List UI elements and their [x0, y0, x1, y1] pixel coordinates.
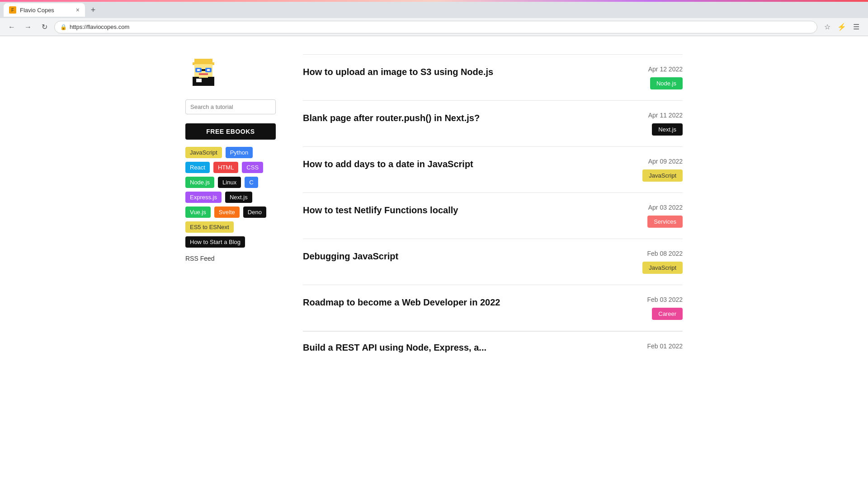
sidebar-tag-es5toesnext[interactable]: ES5 to ESNext [185, 221, 234, 233]
tag-grid: JavaScriptPythonReactHTMLCSSNode.jsLinux… [185, 147, 276, 248]
article-title[interactable]: How to test Netlify Functions locally [303, 204, 610, 216]
article-date: Apr 03 2022 [648, 204, 683, 211]
new-tab-button[interactable]: + [87, 4, 99, 16]
partial-article-meta: Feb 01 2022 [619, 343, 683, 350]
article-meta: Feb 03 2022Career [619, 296, 683, 320]
article-item: Blank page after router.push() in Next.j… [303, 101, 683, 147]
page-wrapper: FREE EBOOKS JavaScriptPythonReactHTMLCSS… [0, 36, 868, 488]
article-item: How to test Netlify Functions locallyApr… [303, 193, 683, 239]
sidebar-tag-vuejs[interactable]: Vue.js [185, 206, 211, 218]
address-bar[interactable]: 🔒 https://flaviocopes.com [54, 21, 817, 33]
article-meta: Apr 11 2022Next.js [619, 112, 683, 136]
article-meta: Apr 03 2022Services [619, 204, 683, 228]
svg-rect-5 [202, 69, 205, 71]
rss-feed-link[interactable]: RSS Feed [185, 255, 276, 262]
partial-article-date: Feb 01 2022 [647, 343, 683, 350]
sidebar-tag-blog[interactable]: How to Start a Blog [185, 236, 245, 248]
site-logo [185, 54, 222, 90]
browser-tab-bar: F Flavio Copes × + [0, 2, 868, 18]
nav-actions: ☆ ⚡ ☰ [821, 21, 863, 33]
tab-close-button[interactable]: × [76, 6, 80, 14]
article-meta: Feb 08 2022JavaScript [619, 250, 683, 274]
lock-icon: 🔒 [60, 24, 67, 30]
svg-rect-6 [197, 69, 200, 71]
article-tag[interactable]: Services [647, 216, 683, 228]
tab-favicon: F [9, 6, 16, 14]
extensions-button[interactable]: ⚡ [835, 21, 848, 33]
refresh-button[interactable]: ↻ [38, 21, 51, 33]
article-item: Debugging JavaScriptFeb 08 2022JavaScrip… [303, 239, 683, 285]
article-meta: Apr 09 2022JavaScript [619, 158, 683, 182]
article-title[interactable]: Debugging JavaScript [303, 250, 610, 263]
article-tag[interactable]: Next.js [652, 123, 683, 136]
svg-rect-8 [199, 73, 208, 75]
sidebar-tag-expressjs[interactable]: Express.js [185, 192, 222, 203]
article-title[interactable]: How to upload an image to S3 using Node.… [303, 66, 610, 78]
sidebar-tag-python[interactable]: Python [226, 147, 253, 158]
sidebar-tag-react[interactable]: React [185, 162, 210, 173]
tab-title: Flavio Copes [20, 7, 54, 14]
sidebar: FREE EBOOKS JavaScriptPythonReactHTMLCSS… [185, 54, 276, 470]
article-date: Feb 03 2022 [647, 296, 683, 303]
article-date: Apr 11 2022 [648, 112, 683, 119]
article-tag[interactable]: JavaScript [642, 169, 683, 182]
article-date: Apr 09 2022 [648, 158, 683, 165]
sidebar-tag-deno[interactable]: Deno [243, 206, 266, 218]
free-ebooks-button[interactable]: FREE EBOOKS [185, 123, 276, 140]
search-input[interactable] [185, 99, 276, 114]
bookmark-button[interactable]: ☆ [821, 21, 834, 33]
avatar-svg [185, 54, 222, 90]
sidebar-tag-svelte[interactable]: Svelte [214, 206, 240, 218]
sidebar-tag-css[interactable]: CSS [242, 162, 263, 173]
svg-rect-9 [193, 77, 214, 86]
sidebar-tag-c[interactable]: C [245, 177, 258, 188]
menu-button[interactable]: ☰ [850, 21, 863, 33]
article-item: How to add days to a date in JavaScriptA… [303, 147, 683, 193]
svg-rect-0 [194, 59, 212, 62]
article-tag[interactable]: JavaScript [642, 262, 683, 274]
article-item: Roadmap to become a Web Developer in 202… [303, 285, 683, 331]
browser-nav-bar: ← → ↻ 🔒 https://flaviocopes.com ☆ ⚡ ☰ [0, 18, 868, 36]
partial-article: Build a REST API using Node, Express, a.… [303, 331, 683, 353]
article-meta: Apr 12 2022Node.js [619, 66, 683, 89]
svg-rect-10 [196, 79, 202, 82]
sidebar-tag-nodejs[interactable]: Node.js [185, 177, 214, 188]
article-title[interactable]: Blank page after router.push() in Next.j… [303, 112, 610, 124]
main-content: How to upload an image to S3 using Node.… [303, 54, 683, 470]
article-title[interactable]: How to add days to a date in JavaScript [303, 158, 610, 170]
browser-tab-active[interactable]: F Flavio Copes × [4, 3, 85, 17]
forward-button[interactable]: → [22, 21, 34, 33]
article-item: How to upload an image to S3 using Node.… [303, 54, 683, 101]
article-list: How to upload an image to S3 using Node.… [303, 54, 683, 331]
article-tag[interactable]: Node.js [650, 77, 683, 89]
sidebar-tag-javascript[interactable]: JavaScript [185, 147, 222, 158]
sidebar-tag-nextjs[interactable]: Next.js [225, 192, 252, 203]
article-tag[interactable]: Career [652, 308, 683, 320]
article-date: Apr 12 2022 [648, 66, 683, 73]
partial-article-title: Build a REST API using Node, Express, a.… [303, 343, 486, 353]
svg-rect-11 [199, 76, 208, 78]
sidebar-tag-html[interactable]: HTML [213, 162, 238, 173]
article-date: Feb 08 2022 [647, 250, 683, 257]
back-button[interactable]: ← [5, 21, 18, 33]
url-text: https://flaviocopes.com [70, 23, 129, 30]
svg-rect-7 [207, 69, 210, 71]
sidebar-tag-linux[interactable]: Linux [218, 177, 241, 188]
page-content: FREE EBOOKS JavaScriptPythonReactHTMLCSS… [185, 54, 683, 470]
article-title[interactable]: Roadmap to become a Web Developer in 202… [303, 296, 610, 309]
